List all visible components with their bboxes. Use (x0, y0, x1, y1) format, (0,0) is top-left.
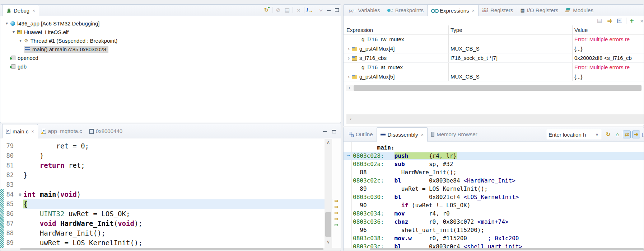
clipped-toolbar-button[interactable]: ▯ (639, 131, 644, 138)
tree-item-content[interactable]: ⚙Thread #1 (Suspended : Breakpoint) (23, 37, 120, 44)
expression-row[interactable]: g_l716_at_mutexError: Multiple errors re (344, 63, 644, 72)
show-type-names-button[interactable]: ▤ (596, 17, 603, 25)
debug-tree-item[interactable]: main() at main.c:85 0x803c028 (0, 45, 341, 53)
tab-app-mqttota-c[interactable]: app_mqttota.c (38, 124, 86, 138)
expression-row[interactable]: ›s_l716_cbsl716_sock_cb_t *[7]0x20002df8… (344, 53, 644, 63)
tab-0x8000440[interactable]: 0x8000440 (86, 124, 126, 138)
minimize-button[interactable] (321, 128, 329, 136)
debug-tree-item[interactable]: openocd (0, 53, 341, 62)
disassembly-line[interactable]: 0803c036: cbnz r0, 0x803c072 <main+74> (344, 218, 644, 226)
expander-icon[interactable]: › (348, 55, 350, 61)
disconnect-button[interactable]: ⊘ (274, 6, 282, 14)
disassembly-area[interactable]: main:0803c028: push {r4, lr}0803c02a: su… (344, 142, 644, 251)
expander-icon[interactable]: ▾ (4, 21, 10, 26)
follow-execution-toggle[interactable]: ⇥ (632, 131, 640, 138)
tab-breakpoints[interactable]: Breakpoints (384, 5, 427, 16)
tab-registers[interactable]: 1010 0101 Registers (479, 5, 517, 16)
expression-row[interactable]: g_l716_rw_mutexError: Multiple errors re (344, 35, 644, 44)
remove-all-terminated-button[interactable]: × (295, 6, 303, 14)
code-line[interactable]: 79 ret = 0; (0, 141, 341, 151)
scrollbar-thumb[interactable] (325, 212, 331, 237)
code-line[interactable]: 84⊖int main(void) (0, 190, 341, 199)
tab-main-c[interactable]: main.c × (2, 124, 38, 138)
disassembly-line[interactable]: 0803c034: mov r4, r0 (344, 209, 644, 218)
home-button[interactable]: ⌂ (613, 131, 621, 138)
code-text[interactable]: } (23, 151, 341, 161)
fold-collapse-icon[interactable]: ⊖ (17, 190, 23, 199)
disassembly-line[interactable]: 88 HardWare_Init(); (344, 168, 644, 176)
tab-memory-browser[interactable]: Memory Browser (428, 127, 481, 141)
editor-vscrollbar[interactable]: ∧ ∨ (325, 139, 332, 248)
debug-tree-item[interactable]: gdb (0, 62, 341, 71)
expander-icon[interactable]: › (348, 46, 350, 52)
code-text[interactable]: int main(void) (23, 190, 341, 199)
code-text[interactable]: void HardWare_Init(void); (23, 219, 341, 228)
disassembly-line[interactable]: 96 shell_uart_init(115200); (344, 226, 644, 234)
expander-icon[interactable]: ▾ (18, 38, 23, 43)
annotation-mark[interactable] (335, 224, 338, 226)
scrollbar-thumb[interactable] (20, 248, 323, 250)
scroll-up-icon[interactable]: ∧ (325, 139, 332, 145)
location-input[interactable] (547, 132, 593, 138)
refresh-button[interactable]: ↻ (604, 131, 612, 138)
code-text[interactable]: } (23, 170, 341, 180)
annotation-mark[interactable] (335, 206, 338, 208)
drop-to-frame-button[interactable]: ▤ (283, 6, 291, 14)
column-expression[interactable]: Expression (346, 25, 373, 35)
selected-stack-frame[interactable]: main() at main.c:85 0x803c028 (24, 46, 108, 53)
code-text[interactable]: uwRet = LOS_KernelInit(); (23, 238, 341, 248)
add-expression-button[interactable]: + (628, 17, 636, 25)
maximize-button[interactable] (333, 6, 341, 14)
maximize-button[interactable] (330, 128, 338, 136)
close-icon[interactable]: × (472, 8, 475, 13)
restart-button[interactable]: ↻ (262, 6, 270, 14)
disassembly-line[interactable]: main: (344, 143, 644, 152)
show-logical-structure-button[interactable]: ⇉ (606, 17, 613, 25)
scroll-left-icon[interactable]: ‹ (346, 85, 352, 91)
code-text[interactable]: ret = 0; (23, 141, 341, 151)
code-text[interactable] (23, 180, 341, 190)
tab-variables[interactable]: (x)= Variables (345, 5, 384, 16)
code-line[interactable]: 82} (0, 170, 341, 180)
tree-item-content[interactable]: openocd (11, 55, 41, 61)
tree-item-content[interactable]: Huawei_LiteOS.elf (17, 29, 71, 35)
column-type[interactable]: Type (451, 25, 462, 35)
disassembly-line[interactable]: 0803c02a: sub sp, #32 (344, 160, 644, 168)
tab-debug[interactable]: Debug × (2, 5, 39, 16)
code-line[interactable]: 88 HardWare_Init(); (0, 228, 341, 238)
disassembly-line[interactable]: 89 uwRet = LOS_KernelInit(); (344, 185, 644, 193)
code-area[interactable]: 79 ret = 0;80 }81 return ret;82}8384⊖int… (0, 138, 341, 248)
scroll-left-icon[interactable]: ‹ (348, 116, 354, 122)
code-line[interactable]: 81 return ret; (0, 161, 341, 170)
code-text[interactable]: return ret; (23, 161, 341, 170)
scrollbar-thumb[interactable] (354, 85, 641, 91)
tree-item-content[interactable]: l496_app [Ac6 STM32 Debugging] (10, 20, 102, 27)
expander-icon[interactable]: ▾ (11, 29, 17, 34)
scroll-down-icon[interactable]: ∨ (325, 239, 332, 245)
view-menu-button[interactable]: ▽ (317, 6, 325, 14)
code-line[interactable]: 83 (0, 180, 341, 190)
expressions-hscrollbar[interactable]: ‹ (346, 85, 642, 91)
instruction-stepping-button[interactable]: i→ (306, 6, 314, 14)
debug-tree-item[interactable]: ▾⚙Thread #1 (Suspended : Breakpoint) (0, 36, 341, 45)
tab-io-registers[interactable]: ▦ I/O Registers (517, 5, 562, 16)
tab-outline[interactable]: Outline (345, 127, 377, 141)
disassembly-hscrollbar[interactable] (344, 248, 644, 251)
tab-disassembly[interactable]: Disassembly × (377, 127, 428, 142)
disassembly-line[interactable]: 0803c030: bl 0x8021cf4 <LOS_KernelInit> (344, 193, 644, 201)
disassembly-line[interactable]: 0803c028: push {r4, lr} (344, 152, 644, 160)
expander-icon[interactable]: › (348, 74, 350, 80)
code-line[interactable]: 85{ (0, 199, 341, 209)
close-icon[interactable]: × (421, 132, 424, 137)
disassembly-line[interactable]: 0803c02c: bl 0x803be84 <HardWare_Init> (344, 176, 644, 185)
code-line[interactable]: 80 } (0, 151, 341, 161)
tree-item-content[interactable]: gdb (11, 63, 29, 70)
editor-hscrollbar[interactable] (0, 248, 341, 251)
expressions-bottom-scrollbar[interactable]: ‹ (346, 114, 644, 124)
code-text[interactable]: HardWare_Init(); (23, 228, 341, 238)
sync-selection-toggle[interactable]: ⇄ (623, 131, 631, 138)
tab-expressions[interactable]: Expressions × (427, 5, 479, 16)
column-value[interactable]: Value (574, 25, 588, 35)
scrollbar-thumb[interactable] (370, 248, 644, 250)
disassembly-line[interactable]: 0803c038: mov.w r0, #115200 ; 0x1c200 (344, 234, 644, 242)
